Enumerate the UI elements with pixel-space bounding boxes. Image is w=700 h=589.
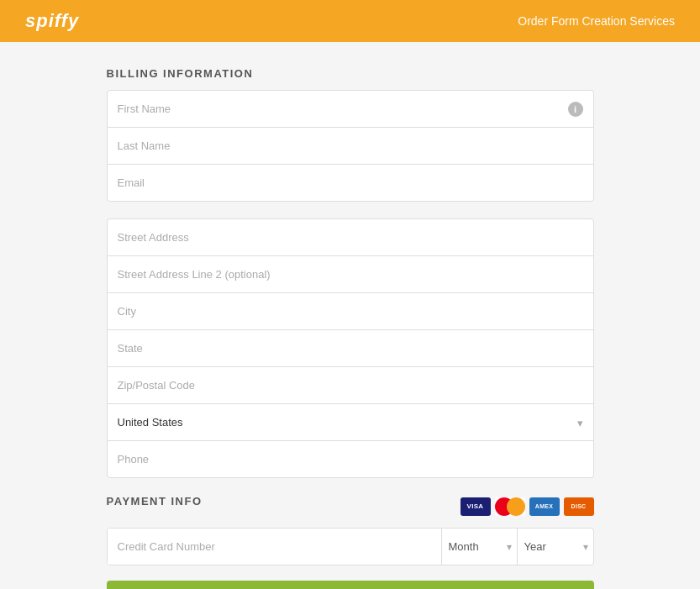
payment-header: PAYMENT INFO VISA AMEX DISC	[107, 495, 594, 518]
cc-number-input[interactable]	[108, 529, 442, 565]
month-select-wrapper: Month 01 02 03 04 05 06 07 08 09 10 11 1…	[442, 529, 518, 565]
street2-row	[108, 256, 593, 293]
street-input[interactable]	[108, 219, 593, 255]
zip-input[interactable]	[108, 367, 593, 403]
payment-section-title: PAYMENT INFO	[107, 495, 203, 507]
visa-icon: VISA	[461, 497, 491, 516]
discover-icon: DISC	[564, 497, 594, 516]
city-row	[108, 293, 593, 330]
mastercard-icon	[495, 497, 525, 516]
year-select-wrapper: Year 2024 2025 2026 2027 2028 2029 2030	[518, 529, 593, 565]
city-input[interactable]	[108, 293, 593, 329]
submit-button[interactable]: Update Billing Information	[107, 581, 594, 589]
last-name-row	[108, 128, 593, 165]
email-row	[108, 165, 593, 201]
address-group: United States Canada United Kingdom Aust…	[107, 218, 594, 478]
state-row	[108, 330, 593, 367]
payment-form-row: Month 01 02 03 04 05 06 07 08 09 10 11 1…	[107, 528, 594, 565]
phone-row	[108, 441, 593, 477]
nav-link[interactable]: Order Form Creation Services	[518, 14, 675, 28]
email-input[interactable]	[108, 165, 593, 201]
street-row	[108, 219, 593, 256]
month-select[interactable]: Month 01 02 03 04 05 06 07 08 09 10 11 1…	[442, 529, 517, 565]
payment-icons: VISA AMEX DISC	[461, 497, 594, 516]
country-row: United States Canada United Kingdom Aust…	[108, 404, 593, 441]
country-select-wrapper: United States Canada United Kingdom Aust…	[108, 404, 593, 440]
year-select[interactable]: Year 2024 2025 2026 2027 2028 2029 2030	[518, 529, 593, 565]
personal-info-group: i	[107, 90, 594, 202]
first-name-input[interactable]	[108, 91, 593, 127]
state-input[interactable]	[108, 330, 593, 366]
header: spiffy Order Form Creation Services	[0, 0, 700, 42]
street2-input[interactable]	[108, 256, 593, 292]
billing-section-title: BILLING INFORMATION	[107, 67, 594, 80]
logo: spiffy	[25, 10, 79, 32]
last-name-input[interactable]	[108, 128, 593, 164]
phone-input[interactable]	[108, 441, 593, 477]
amex-icon: AMEX	[529, 497, 560, 516]
zip-row	[108, 367, 593, 404]
country-select[interactable]: United States Canada United Kingdom Aust…	[108, 404, 593, 440]
first-name-row: i	[108, 91, 593, 128]
main-content: BILLING INFORMATION i	[90, 42, 611, 589]
